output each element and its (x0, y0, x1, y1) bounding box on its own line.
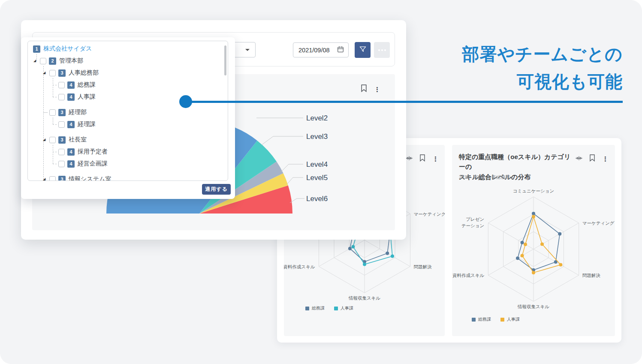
legend-swatch (305, 307, 309, 310)
bookmark-icon[interactable] (361, 84, 367, 94)
radar-data-point[interactable] (532, 215, 535, 218)
tree-node-label[interactable]: 経営企画課 (78, 160, 108, 168)
tree-checkbox[interactable] (49, 137, 56, 143)
legend-item[interactable]: 総務課 (305, 305, 325, 311)
legend-swatch (472, 318, 476, 322)
headline-line1: 部署やチームごとの (462, 40, 623, 68)
tree-checkbox[interactable] (58, 94, 65, 100)
radar-data-point[interactable] (540, 242, 544, 246)
radar-card-right: 特定の重点職種（oeスキル）カテゴリーのスキル総合レベルの分布 2016 - 2… (452, 145, 615, 336)
caret-down-icon (245, 49, 250, 51)
pie-label-level3: Level3 (306, 132, 328, 141)
radar-legend-left: 総務課人事課 (305, 305, 353, 311)
radar-legend-right: 総務課人事課 (472, 316, 520, 322)
tree-level-badge: 4 (67, 121, 75, 128)
tree-level-badge: 3 (58, 176, 66, 181)
tree-node-label[interactable]: 総務課 (78, 81, 96, 89)
tree-checkbox[interactable] (49, 109, 56, 116)
radar-data-point[interactable] (386, 252, 389, 255)
tree-node: ◢3情報システム室 (28, 173, 228, 181)
radar-axis-label: 情報収集スキル (348, 295, 380, 301)
tree-checkbox[interactable] (49, 70, 56, 76)
tree-level-badge: 3 (58, 69, 66, 77)
tree-level-badge: 4 (67, 93, 75, 101)
tree-expander-icon[interactable]: ◢ (33, 59, 38, 63)
filter-button[interactable] (355, 42, 371, 58)
radar-data-point[interactable] (524, 243, 527, 246)
date-input[interactable]: 2021/09/08 (293, 42, 349, 57)
tree-checkbox[interactable] (58, 121, 65, 128)
kebab-menu-icon[interactable]: ⋮ (432, 156, 439, 162)
card-actions-right: ⋮ (576, 154, 609, 163)
tree-node-label[interactable]: 株式会社サイダス (43, 45, 92, 53)
tree-level-badge: 4 (67, 160, 75, 168)
kebab-menu-icon[interactable]: ⋮ (374, 86, 380, 93)
legend-item[interactable]: 人事課 (334, 305, 353, 311)
funnel-icon (359, 45, 367, 55)
radar-axis-label: 問題解決 (582, 273, 601, 278)
legend-item[interactable]: 人事課 (500, 316, 520, 322)
radar-data-point[interactable] (363, 263, 366, 266)
bookmark-icon[interactable] (589, 154, 595, 163)
tree-level-badge: 1 (33, 45, 40, 53)
collapse-icon[interactable] (576, 155, 582, 163)
tree-expander-icon[interactable]: ◢ (43, 138, 47, 141)
calendar-icon[interactable] (337, 45, 344, 54)
org-tree-listbox: 1株式会社サイダス◢2管理本部◢3人事総務部4総務課4人事課3経理部4経理課◢3… (27, 41, 228, 181)
tree-expander-icon[interactable]: ◢ (43, 177, 47, 181)
collapse-icon[interactable] (406, 155, 413, 163)
radar-data-point[interactable] (516, 256, 519, 260)
tree-checkbox[interactable] (58, 149, 65, 155)
legend-label: 人事課 (341, 305, 353, 311)
apply-button[interactable]: 適用する (202, 184, 231, 195)
tree-level-badge: 3 (58, 136, 66, 144)
radar-data-point[interactable] (348, 247, 352, 250)
radar-data-point[interactable] (351, 245, 355, 248)
tree-node: 4採用予定者 (28, 146, 228, 158)
radar-data-point[interactable] (558, 232, 561, 236)
tree-checkbox[interactable] (58, 82, 65, 88)
kebab-menu-icon[interactable]: ⋮ (602, 156, 609, 162)
tree-node: 4経営企画課 (28, 158, 228, 170)
tree-node-label[interactable]: 経理部 (69, 108, 87, 116)
ellipsis-icon (378, 49, 386, 51)
radar-data-point[interactable] (391, 255, 394, 258)
tree-node-label[interactable]: 人事総務部 (69, 69, 99, 77)
radar-data-point[interactable] (521, 241, 524, 244)
legend-item[interactable]: 総務課 (472, 316, 491, 322)
bookmark-icon[interactable] (419, 154, 425, 163)
pie-leader-line (262, 136, 303, 145)
tree-node-label[interactable]: 経理課 (78, 120, 96, 128)
tree-node-label[interactable]: 社長室 (69, 136, 87, 144)
callout-line (186, 101, 623, 103)
radar-axis-label: 資料作成スキル (284, 264, 315, 269)
tree-node-label[interactable]: 管理本部 (59, 57, 83, 65)
card-subtitle: 2016 - 2020, 人事総務部 (459, 174, 510, 180)
radar-axis-label: コミュニケーション (513, 188, 554, 193)
radar-data-point[interactable] (532, 212, 535, 215)
tree-checkbox[interactable] (40, 58, 46, 64)
tree-node-label[interactable]: 情報システム室 (69, 175, 111, 181)
pie-label-level5: Level5 (306, 174, 328, 182)
radar-axis-label: 情報収集スキル (517, 304, 549, 309)
radar-axis-label: マーケティング (582, 220, 615, 226)
radar-data-point[interactable] (559, 263, 562, 267)
pie-label-level4: Level4 (306, 160, 328, 168)
scrollbar-thumb[interactable] (224, 45, 226, 75)
headline-line2: 可視化も可能 (462, 68, 623, 95)
tree-checkbox[interactable] (49, 176, 56, 181)
more-options-button[interactable] (374, 42, 390, 58)
legend-label: 総務課 (312, 305, 325, 311)
radar-axis-label: 資料作成スキル (452, 273, 484, 278)
legend-swatch (500, 318, 504, 322)
tree-node-label[interactable]: 採用予定者 (78, 148, 108, 156)
tree-node-label[interactable]: 人事課 (78, 93, 96, 101)
tree-node: ◢2管理本部 (28, 55, 228, 67)
tree-checkbox[interactable] (58, 161, 65, 167)
pie-label-level6: Level6 (306, 195, 328, 203)
radar-data-point[interactable] (532, 271, 535, 274)
tree-expander-icon[interactable]: ◢ (43, 71, 47, 75)
tree-level-badge: 4 (67, 81, 75, 89)
radar-axis-label: 問題解決 (414, 264, 432, 269)
radar-data-point[interactable] (521, 254, 524, 257)
